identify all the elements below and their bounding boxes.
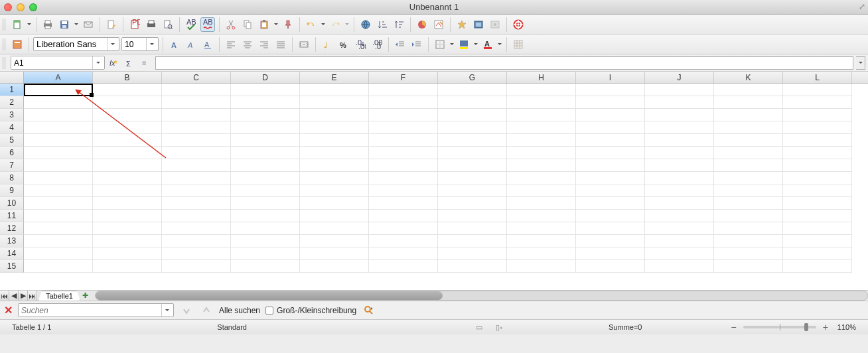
cell[interactable] (507, 121, 576, 134)
cell[interactable] (24, 184, 93, 197)
close-window-button[interactable] (4, 3, 12, 11)
next-sheet-button[interactable]: ▶ (19, 291, 28, 301)
cell[interactable] (576, 84, 645, 96)
cell[interactable] (783, 247, 852, 260)
cell[interactable] (300, 247, 369, 260)
cell[interactable] (162, 235, 231, 247)
increase-indent-button[interactable] (409, 37, 424, 52)
cell[interactable] (162, 96, 231, 109)
cell[interactable] (714, 197, 783, 210)
column-header[interactable]: B (93, 72, 162, 83)
cell[interactable] (24, 96, 93, 109)
cell[interactable] (438, 260, 507, 273)
column-header[interactable]: D (231, 72, 300, 83)
cell[interactable] (231, 159, 300, 172)
cell[interactable] (93, 235, 162, 247)
cell[interactable] (24, 147, 93, 159)
merge-cells-button[interactable] (297, 37, 311, 52)
cell[interactable] (438, 134, 507, 147)
undo-button[interactable] (304, 17, 319, 32)
undo-dropdown[interactable] (321, 21, 326, 27)
zoom-in-button[interactable]: + (820, 322, 831, 332)
cell[interactable] (507, 172, 576, 184)
search-input[interactable] (19, 304, 161, 317)
cell[interactable] (645, 96, 714, 109)
cell[interactable] (507, 210, 576, 222)
cell[interactable] (93, 172, 162, 184)
cell[interactable] (300, 172, 369, 184)
cell[interactable] (93, 210, 162, 222)
cell[interactable] (645, 147, 714, 159)
cell[interactable] (576, 260, 645, 273)
cell[interactable] (507, 184, 576, 197)
cell[interactable] (231, 84, 300, 96)
cell[interactable] (783, 96, 852, 109)
cell[interactable] (162, 197, 231, 210)
cell[interactable] (783, 121, 852, 134)
cell[interactable] (93, 147, 162, 159)
cell[interactable] (369, 197, 438, 210)
cell[interactable] (714, 172, 783, 184)
align-right-button[interactable] (257, 37, 271, 52)
cell[interactable] (645, 159, 714, 172)
cell[interactable] (231, 184, 300, 197)
cell[interactable] (300, 134, 369, 147)
cell[interactable] (24, 197, 93, 210)
export-pdf-button[interactable]: PDF (127, 17, 142, 32)
insert-mode-indicator[interactable]: ▭ (469, 323, 489, 332)
cell[interactable] (645, 247, 714, 260)
column-header[interactable]: C (162, 72, 231, 83)
cell[interactable] (231, 247, 300, 260)
cell[interactable] (438, 210, 507, 222)
cell[interactable] (162, 210, 231, 222)
font-size-dropdown[interactable] (146, 38, 157, 50)
cell[interactable] (714, 84, 783, 96)
email-button[interactable] (81, 17, 96, 32)
cell[interactable] (576, 159, 645, 172)
bold-button[interactable]: A (167, 37, 182, 52)
cell[interactable] (783, 222, 852, 235)
font-name-dropdown[interactable] (107, 38, 117, 50)
format-paintbrush-button[interactable] (281, 17, 295, 32)
cell[interactable] (162, 84, 231, 96)
save-button[interactable] (57, 17, 72, 32)
redo-dropdown[interactable] (344, 21, 350, 27)
cell[interactable] (300, 96, 369, 109)
sheet-tab[interactable]: Tabelle1 (38, 291, 80, 301)
cell[interactable] (369, 247, 438, 260)
cell[interactable] (162, 184, 231, 197)
row-header[interactable]: 3 (0, 109, 24, 121)
cell[interactable] (507, 159, 576, 172)
background-color-button[interactable] (457, 37, 471, 52)
minimize-window-button[interactable] (17, 3, 25, 11)
cell[interactable] (93, 222, 162, 235)
row-header[interactable]: 12 (0, 222, 24, 235)
last-sheet-button[interactable]: ⏭ (28, 291, 37, 301)
cell[interactable] (714, 121, 783, 134)
cell[interactable] (438, 121, 507, 134)
cell[interactable] (369, 96, 438, 109)
cell[interactable] (576, 197, 645, 210)
cell[interactable] (369, 109, 438, 121)
cell[interactable] (507, 260, 576, 273)
borders-button[interactable] (433, 37, 447, 52)
cell[interactable] (438, 96, 507, 109)
cell[interactable] (783, 172, 852, 184)
toolbar-grip[interactable] (3, 19, 7, 31)
cell[interactable] (24, 235, 93, 247)
cell[interactable] (300, 147, 369, 159)
cell[interactable] (369, 172, 438, 184)
underline-button[interactable]: A (200, 37, 215, 52)
cell[interactable] (576, 247, 645, 260)
cell[interactable] (438, 84, 507, 96)
cell[interactable] (783, 235, 852, 247)
cell[interactable] (714, 222, 783, 235)
font-color-button[interactable]: A (480, 37, 495, 52)
insert-special-button[interactable] (455, 17, 469, 32)
close-findbar-button[interactable]: ✕ (4, 304, 13, 317)
cell[interactable] (645, 210, 714, 222)
cell[interactable] (645, 109, 714, 121)
cell[interactable] (231, 210, 300, 222)
cell[interactable] (93, 197, 162, 210)
cell[interactable] (576, 210, 645, 222)
